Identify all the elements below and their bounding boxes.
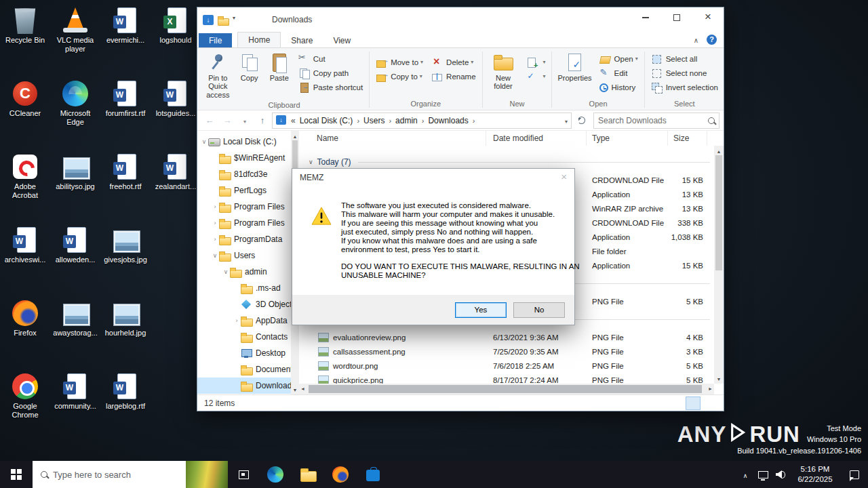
group-collapse-icon[interactable]: ∨ (299, 159, 313, 165)
file-name-cell[interactable]: quickprice.png (299, 375, 486, 384)
desktop-icon[interactable]: Google Chrome (0, 370, 50, 443)
yes-button[interactable]: Yes (455, 302, 507, 318)
scroll-left-icon[interactable] (300, 385, 305, 393)
nav-tree-item[interactable]: Documents (197, 361, 291, 378)
new-folder-button[interactable]: New folder (484, 49, 521, 99)
desktop-icon[interactable]: archiveswi... (0, 224, 50, 297)
tree-expand-icon[interactable]: › (211, 236, 219, 243)
scroll-down-icon[interactable] (717, 377, 722, 382)
folder-icon[interactable] (218, 14, 229, 26)
nav-tree-item[interactable]: › ProgramData (197, 231, 291, 247)
tree-expand-icon[interactable]: ∨ (222, 268, 230, 275)
search-input[interactable] (598, 116, 708, 125)
taskbar-clock[interactable]: 5:16 PM 6/22/2025 (789, 464, 841, 485)
desktop-icon[interactable]: abilityso.jpg (50, 150, 100, 224)
nav-tree-item[interactable]: 3D Objects (197, 296, 291, 312)
nav-tree-item[interactable]: PerfLogs (197, 182, 291, 199)
nav-tree-item[interactable]: ∨ Users (197, 247, 291, 264)
nav-tree-item[interactable]: $WinREAgent (197, 150, 291, 166)
group-label[interactable]: Today (7) (313, 157, 351, 167)
no-button[interactable]: No (513, 302, 565, 318)
breadcrumb-separator-icon[interactable] (386, 116, 394, 125)
desktop-icon[interactable]: awaystorag... (50, 297, 100, 370)
scroll-up-icon[interactable] (293, 134, 298, 139)
nav-tree-item[interactable]: ∨ Local Disk (C:) (197, 134, 291, 150)
desktop-icon[interactable]: Adobe Acrobat (0, 150, 50, 224)
customize-toolbar-chevron-icon[interactable] (233, 14, 239, 26)
tab-view[interactable]: View (323, 33, 361, 47)
delete-button[interactable]: Delete▾ (429, 55, 478, 69)
breadcrumb-separator-icon[interactable] (419, 116, 427, 125)
scroll-up-icon[interactable] (717, 149, 722, 154)
taskbar-search-box[interactable] (33, 461, 228, 488)
minimize-button[interactable] (630, 7, 661, 28)
nav-tree-item[interactable]: › Program Files (197, 199, 291, 215)
up-button[interactable] (254, 113, 271, 129)
copy-path-button[interactable]: Copy path (296, 66, 366, 80)
column-header-size[interactable]: Size (668, 131, 707, 146)
volume-status[interactable] (772, 461, 789, 488)
task-view-button[interactable] (228, 461, 259, 488)
paste-button[interactable]: Paste (264, 49, 294, 100)
tree-expand-icon[interactable]: › (211, 203, 219, 210)
file-name-cell[interactable]: callsassessment.png (299, 347, 486, 357)
table-row[interactable]: callsassessment.png 7/25/2020 9:35 AM PN… (299, 344, 714, 359)
table-row[interactable]: quickprice.png 8/17/2017 2:24 AM PNG Fil… (299, 373, 714, 384)
properties-button[interactable]: Properties (554, 49, 595, 99)
desktop-icon[interactable]: freehot.rtf (100, 150, 151, 224)
nav-tree-item[interactable]: › Program Files (197, 215, 291, 231)
maximize-button[interactable] (661, 7, 692, 28)
nav-tree-item[interactable]: › AppData (197, 312, 291, 329)
tree-expand-icon[interactable]: › (211, 220, 219, 226)
breadcrumb[interactable]: Downloads (427, 116, 477, 125)
tray-overflow-button[interactable] (736, 461, 754, 488)
desktop-icon[interactable]: CCleaner (0, 77, 50, 150)
breadcrumb[interactable]: Local Disk (C:) (298, 116, 362, 125)
tree-expand-icon[interactable]: › (233, 317, 241, 324)
network-status[interactable] (754, 461, 772, 488)
copy-button[interactable]: Copy (235, 49, 264, 100)
tab-file[interactable]: File (199, 33, 232, 47)
nav-tree-item[interactable]: ∨ admin (197, 264, 291, 280)
table-row[interactable]: evaluationreview.png 6/13/2021 9:36 AM P… (299, 330, 714, 344)
breadcrumb-separator-icon[interactable] (354, 116, 362, 125)
scrollbar-thumb[interactable] (309, 385, 702, 393)
desktop-icon[interactable]: givesjobs.jpg (100, 224, 151, 297)
close-button[interactable] (692, 7, 724, 28)
breadcrumb-label[interactable]: admin (394, 116, 419, 125)
nav-tree-item[interactable]: Contacts (197, 329, 291, 345)
forward-button[interactable] (219, 113, 235, 129)
invert-selection-button[interactable]: Invert selection (648, 80, 721, 94)
desktop-icon[interactable]: evermichi... (100, 4, 151, 77)
desktop-icon[interactable]: largeblog.rtf (100, 370, 151, 443)
column-header-date-modified[interactable]: Date modified (486, 131, 587, 146)
nav-tree-item[interactable]: .ms-ad (197, 280, 291, 296)
tree-expand-icon[interactable]: ∨ (211, 252, 219, 259)
desktop-icon[interactable]: Microsoft Edge (50, 77, 100, 150)
file-name-cell[interactable]: wordtour.png (299, 361, 486, 371)
desktop-icon[interactable]: logshould (151, 4, 201, 77)
breadcrumb[interactable]: admin (394, 116, 427, 125)
taskbar-item-file-explorer[interactable] (292, 461, 324, 488)
rename-button[interactable]: Rename (429, 69, 478, 83)
desktop-icon[interactable]: Firefox (0, 297, 50, 370)
tree-expand-icon[interactable]: ∨ (200, 138, 208, 145)
desktop-icon[interactable]: community... (50, 370, 100, 443)
pin-to-quick-access-button[interactable]: Pin to Quick access (201, 49, 235, 100)
vertical-scrollbar[interactable] (714, 146, 724, 384)
cut-button[interactable]: Cut (296, 52, 366, 66)
search-highlight-image[interactable] (186, 461, 228, 488)
select-none-button[interactable]: Select none (648, 66, 721, 80)
back-button[interactable] (201, 113, 218, 129)
breadcrumb-separator-icon[interactable] (470, 116, 478, 125)
nav-tree-item[interactable]: Downloads (197, 378, 291, 394)
taskbar-item-store[interactable] (357, 461, 389, 488)
recent-locations-button[interactable] (237, 113, 253, 129)
column-header-name[interactable]: Name (299, 131, 486, 146)
nav-tree-item[interactable]: Desktop (197, 345, 291, 361)
address-bar[interactable]: Local Disk (C:) Users admin Downloads (272, 113, 572, 129)
desktop-icon[interactable]: zealandart... (151, 150, 201, 224)
taskbar-item-edge[interactable] (259, 461, 292, 488)
desktop-icon[interactable]: hourheld.jpg (100, 297, 151, 370)
desktop-icon[interactable]: VLC media player (50, 4, 100, 77)
